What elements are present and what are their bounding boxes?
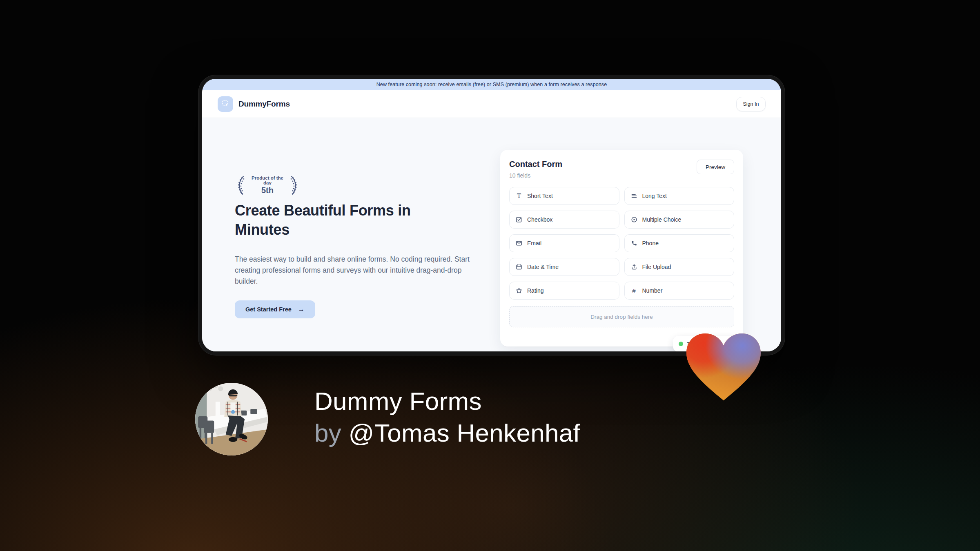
brand-wordmark: DummyForms	[238, 100, 290, 109]
laurel-right-icon	[290, 175, 300, 196]
field-type-short-text[interactable]: T Short Text	[509, 187, 619, 205]
short-text-icon: T	[515, 192, 523, 200]
footer-caption: Dummy Forms by @Tomas Henkenhaf	[314, 385, 580, 449]
field-label: Date & Time	[527, 264, 559, 270]
field-label: File Upload	[642, 264, 671, 270]
announcement-banner: New feature coming soon: receive emails …	[202, 79, 781, 90]
field-type-long-text[interactable]: Long Text	[624, 187, 735, 205]
field-type-multiple-choice[interactable]: Multiple Choice	[624, 211, 735, 229]
phone-icon	[630, 240, 638, 247]
green-dot-icon	[679, 342, 683, 346]
hero-section: Product of the day 5th	[202, 118, 781, 351]
checkbox-icon	[515, 216, 523, 223]
field-type-email[interactable]: Email	[509, 234, 619, 252]
field-label: Number	[642, 287, 663, 294]
field-label: Short Text	[527, 193, 553, 199]
form-title: Contact Form	[509, 160, 562, 169]
hero-title: Create Beautiful Forms in Minutes	[235, 201, 463, 239]
preview-button[interactable]: Preview	[697, 160, 734, 174]
long-text-icon	[630, 192, 638, 200]
product-of-the-day-badge: Product of the day 5th	[235, 174, 300, 197]
hash-icon: #	[630, 287, 638, 294]
form-builder-card: Contact Form 10 fields Preview T Short T…	[500, 150, 743, 347]
award-badge-line1: Product of the day	[248, 176, 287, 185]
laurel-left-icon	[235, 175, 245, 196]
form-field-count: 10 fields	[509, 172, 562, 179]
award-badge-rank: 5th	[248, 186, 287, 195]
field-label: Email	[527, 240, 541, 247]
field-label: Rating	[527, 287, 543, 294]
sign-in-button[interactable]: Sign In	[736, 97, 766, 111]
cta-label: Get Started Free	[245, 306, 292, 313]
field-label: Multiple Choice	[642, 216, 682, 223]
upload-icon	[630, 263, 638, 271]
arrow-right-icon: →	[298, 306, 305, 313]
browser-window-frame: New feature coming soon: receive emails …	[198, 75, 785, 355]
field-type-rating[interactable]: Rating	[509, 282, 619, 300]
cursor-select-icon	[221, 99, 229, 109]
field-type-date-time[interactable]: Date & Time	[509, 258, 619, 276]
get-started-button[interactable]: Get Started Free →	[235, 300, 315, 318]
field-type-phone[interactable]: Phone	[624, 234, 735, 252]
author-handle-text: @Tomas Henkenhaf	[349, 419, 580, 447]
field-label: Phone	[642, 240, 659, 247]
hero-description: The easiest way to build and share onlin…	[235, 254, 470, 287]
site-header: DummyForms Sign In	[202, 90, 781, 118]
email-icon	[515, 240, 523, 247]
field-type-checkbox[interactable]: Checkbox	[509, 211, 619, 229]
drag-drop-zone[interactable]: Drag and drop fields here	[509, 306, 734, 327]
multiple-choice-icon	[630, 216, 638, 223]
promo-stage: New feature coming soon: receive emails …	[0, 0, 980, 551]
byline-prefix-text: by	[314, 419, 349, 447]
field-label: Long Text	[642, 193, 667, 199]
product-name-text: Dummy Forms	[314, 385, 580, 417]
author-avatar	[195, 383, 268, 455]
brand-logo	[218, 96, 233, 112]
field-type-file-upload[interactable]: File Upload	[624, 258, 735, 276]
field-label: Checkbox	[527, 216, 552, 223]
browser-window: New feature coming soon: receive emails …	[202, 79, 781, 351]
field-type-grid: T Short Text Long Text	[509, 187, 734, 300]
calendar-icon	[515, 263, 523, 271]
field-type-number[interactable]: # Number	[624, 282, 735, 300]
star-icon	[515, 287, 523, 294]
